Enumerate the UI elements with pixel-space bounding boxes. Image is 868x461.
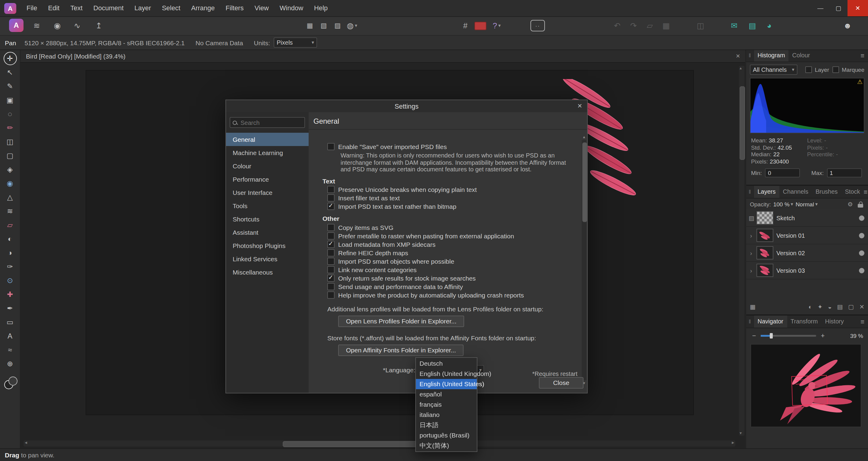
panel-menu-icon[interactable]: ≡ (861, 52, 864, 59)
move-tool[interactable]: ↖ (3, 65, 17, 79)
marquee-tool[interactable]: ▢ (3, 148, 17, 162)
language-option-japanese[interactable]: 日本語 (416, 420, 477, 430)
layer-row-version02[interactable]: › Version 02 (746, 244, 868, 262)
scroll-left-icon[interactable]: ◂ (25, 440, 27, 445)
settings-scroll-area[interactable]: Enable "Save" over imported PSD files Wa… (309, 139, 581, 385)
opacity-select[interactable]: 100 %▾ (773, 201, 793, 208)
checkbox[interactable] (327, 275, 335, 282)
menu-layer[interactable]: Layer (129, 0, 156, 16)
snapping-icon[interactable]: # (458, 19, 472, 32)
sidebar-item-performance[interactable]: Performance (226, 173, 309, 186)
checkbox[interactable] (327, 203, 335, 210)
checkbox[interactable] (327, 291, 335, 299)
selection-add-icon[interactable]: ▧ (318, 19, 329, 32)
language-option-portugues[interactable]: português (Brasil) (416, 430, 477, 440)
assistant-icon[interactable]: ·· (530, 20, 545, 31)
checkbox-row[interactable]: Preserve Unicode breaks when copying pla… (327, 185, 581, 194)
panel-menu-icon[interactable]: ≡ (864, 188, 867, 196)
horizontal-scrollbar[interactable]: ◂ ▸ (24, 440, 735, 446)
add-layer-icon[interactable]: ▢ (848, 303, 854, 310)
checkbox-row[interactable]: Send usage and performance data to Affin… (327, 282, 581, 291)
language-option-chinese[interactable]: 中文(简体) (416, 440, 477, 451)
menu-file[interactable]: File (21, 0, 42, 16)
duplicate-layer-icon[interactable]: ▦ (750, 303, 755, 310)
colour-swatch-icon[interactable] (474, 22, 487, 30)
menu-document[interactable]: Document (88, 0, 129, 16)
checkbox-row[interactable]: Enable "Save" over imported PSD files (327, 143, 581, 151)
lock-icon[interactable] (858, 204, 863, 207)
menu-select[interactable]: Select (156, 0, 186, 16)
settings-search[interactable] (230, 117, 305, 128)
checkbox[interactable] (327, 224, 335, 231)
navigator-preview[interactable] (750, 344, 861, 427)
sidebar-item-user-interface[interactable]: User Interface (226, 186, 309, 199)
scroll-up-icon[interactable]: ▴ (740, 66, 742, 70)
stock-folder-icon[interactable]: ▤ (745, 19, 760, 32)
menu-view[interactable]: View (249, 0, 274, 16)
tab-channels[interactable]: Channels (779, 186, 812, 198)
pin-tool[interactable]: ✚ (3, 287, 17, 301)
dialog-close-button[interactable]: Close (539, 377, 584, 388)
tonemap-persona-icon[interactable]: ∿ (70, 19, 84, 32)
warp-tool[interactable]: ≈ (3, 343, 17, 356)
checkbox-row[interactable]: Import PSD smart objects where possible (327, 257, 581, 265)
menu-edit[interactable]: Edit (42, 0, 65, 16)
quick-mask-icon[interactable]: ◍▾ (345, 19, 359, 32)
checkbox-row[interactable]: Help improve the product by automaticall… (327, 291, 581, 299)
tab-histogram[interactable]: Histogram (754, 50, 788, 62)
layer-thumbnail[interactable] (756, 246, 773, 259)
pen-tool[interactable]: ✒ (3, 301, 17, 315)
liquify-persona-icon[interactable]: ≋ (30, 19, 44, 32)
presets-icon[interactable]: ?▾ (490, 19, 504, 32)
tab-layers[interactable]: Layers (754, 186, 779, 198)
resources-icon[interactable]: ◕ (762, 19, 776, 32)
sidebar-item-machine-learning[interactable]: Machine Learning (226, 146, 309, 159)
expand-chevron-icon[interactable]: › (749, 232, 753, 239)
units-select[interactable]: Pixels ▾ (274, 37, 317, 48)
checkbox-row[interactable]: Link new content categories (327, 265, 581, 273)
blur-tool[interactable]: ◉ (3, 176, 17, 190)
open-lens-folder-button[interactable]: Open Lens Profiles Folder in Explorer... (338, 315, 464, 327)
checkbox[interactable] (327, 195, 335, 202)
tab-transform[interactable]: Transform (787, 316, 821, 328)
menu-text[interactable]: Text (65, 0, 88, 16)
tab-brushes[interactable]: Brushes (812, 186, 841, 198)
maximize-button[interactable]: ▢ (830, 0, 847, 16)
sharpen-tool[interactable]: △ (3, 190, 17, 204)
mask-icon[interactable]: ◒ (828, 303, 832, 310)
checkbox-row[interactable]: Refine HEIC depth maps (327, 249, 581, 257)
checkbox-row[interactable]: Import PSD text as text rather than bitm… (327, 202, 581, 210)
checkbox-row[interactable]: Load metadata from XMP sidecars (327, 240, 581, 248)
language-option-italiano[interactable]: italiano (416, 410, 477, 420)
layer-checkbox[interactable] (805, 66, 812, 73)
live-filter-icon[interactable]: ✦ (818, 303, 823, 310)
document-tab[interactable]: Bird [Read Only] [Modified] (39.4%) (20, 52, 125, 59)
develop-persona-icon[interactable]: ◉ (50, 19, 64, 32)
adjustment-icon[interactable]: ◐ (808, 303, 812, 310)
zoom-slider[interactable] (761, 335, 816, 337)
sidebar-item-colour[interactable]: Colour (226, 159, 309, 173)
language-option-francais[interactable]: français (416, 399, 477, 410)
dialog-scroll-thumb[interactable] (582, 142, 587, 222)
comments-icon[interactable]: ✉ (727, 19, 741, 32)
zoom-slider-thumb[interactable] (770, 333, 773, 338)
expand-chevron-icon[interactable]: › (749, 267, 753, 273)
channels-select[interactable]: All Channels ▾ (750, 64, 797, 75)
text-tool[interactable]: A (3, 329, 17, 343)
selection-subtract-icon[interactable]: ▨ (332, 19, 343, 32)
tab-history[interactable]: History (821, 316, 847, 328)
sidebar-item-linked-services[interactable]: Linked Services (226, 252, 309, 265)
sidebar-item-assistant[interactable]: Assistant (226, 226, 309, 239)
layer-visibility-toggle[interactable] (859, 215, 864, 221)
language-option-english-us[interactable]: English (United States) (416, 379, 477, 389)
clone-tool[interactable]: ◫ (3, 135, 17, 148)
checkbox-row[interactable]: Copy items as SVG (327, 223, 581, 231)
flood-select-tool[interactable]: ◈ (3, 162, 17, 176)
panel-drag-handle[interactable]: ‖ (749, 319, 751, 325)
export-persona-icon[interactable]: ↥ (92, 19, 106, 32)
tab-stock[interactable]: Stock (841, 186, 864, 198)
layer-thumbnail[interactable] (756, 264, 773, 277)
fill-tool[interactable]: ⊙ (3, 273, 17, 287)
marquee-checkbox[interactable] (832, 66, 839, 73)
zoom-in-button[interactable]: + (820, 332, 826, 339)
